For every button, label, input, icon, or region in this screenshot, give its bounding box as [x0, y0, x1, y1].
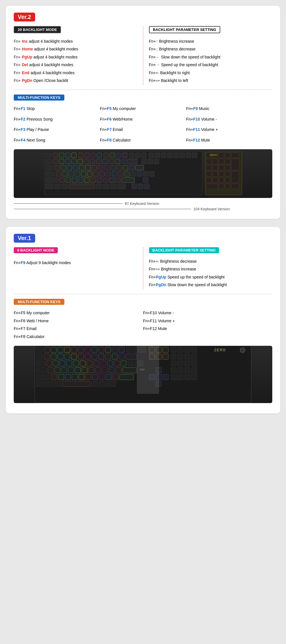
svg-rect-134: [64, 347, 70, 352]
svg-rect-13: [116, 153, 121, 158]
fn-row: Fn+PgDn Slow down the speed of backlight: [149, 282, 273, 288]
svg-rect-120: [219, 178, 224, 183]
svg-rect-60: [62, 172, 67, 177]
svg-rect-159: [78, 354, 84, 359]
svg-rect-88: [45, 184, 53, 189]
svg-rect-139: [98, 347, 104, 352]
svg-rect-131: [44, 347, 49, 352]
fn-row: Fn+ Home adjust 4 backlight modes: [14, 46, 137, 52]
svg-rect-216: [86, 374, 91, 380]
ver2-top-section: 20 BACKLIGHT MODE Fn+ Ins adjust 4 backl…: [14, 26, 272, 90]
svg-rect-16: [135, 153, 140, 158]
svg-text:ZERO: ZERO: [214, 348, 226, 352]
svg-rect-93: [103, 184, 109, 189]
svg-rect-193: [48, 368, 53, 373]
ver2-multifunction-section: MULTI-FUNCTION KEYS Fn+F1 Stop Fn+F5 My …: [14, 95, 272, 211]
svg-rect-31: [78, 159, 83, 164]
svg-rect-11: [104, 153, 109, 158]
svg-rect-50: [92, 165, 97, 170]
fn-row: Fn+PgUp Speed up the speed of backlight: [149, 274, 273, 280]
svg-rect-6: [71, 153, 76, 158]
fn-row: Fn+=+ Brightness increase: [149, 266, 273, 272]
ver1-backlight-panel: 9 BACKLIGHT MODE Fn+F9 Adjust 9 backligh…: [14, 247, 143, 290]
svg-rect-123: [219, 184, 224, 189]
svg-rect-191: [184, 361, 190, 366]
svg-rect-62: [75, 172, 80, 177]
svg-rect-228: [46, 381, 53, 386]
svg-rect-119: [212, 178, 218, 183]
svg-rect-3: [53, 153, 58, 158]
svg-rect-35: [102, 159, 108, 164]
svg-rect-48: [79, 165, 84, 170]
svg-rect-185: [114, 361, 119, 366]
svg-rect-43: [45, 165, 53, 170]
svg-rect-25: [192, 153, 197, 158]
svg-rect-203: [116, 368, 121, 373]
svg-rect-82: [97, 178, 102, 183]
svg-rect-53: [110, 165, 115, 170]
svg-rect-71: [131, 172, 136, 177]
svg-rect-46: [67, 165, 72, 170]
svg-rect-196: [68, 368, 74, 373]
svg-rect-30: [71, 159, 76, 164]
svg-rect-104: [206, 159, 211, 164]
svg-rect-69: [118, 172, 123, 177]
keyboard-image-ver1: ZERO: [14, 346, 272, 403]
svg-rect-158: [71, 354, 77, 359]
svg-rect-92: [96, 184, 102, 189]
svg-rect-117: [231, 172, 239, 183]
svg-rect-181: [87, 361, 92, 366]
svg-rect-97: [138, 184, 143, 189]
svg-rect-114: [212, 172, 218, 177]
ver1-card: Ver.1 9 BACKLIGHT MODE Fn+F9 Adjust 9 ba…: [6, 227, 280, 413]
svg-rect-150: [178, 347, 183, 352]
svg-rect-195: [61, 368, 67, 373]
svg-rect-105: [212, 159, 218, 164]
svg-rect-233: [107, 381, 116, 386]
fn-row: Fn+F11 Volume +: [143, 318, 272, 324]
svg-rect-57: [135, 165, 144, 170]
svg-rect-118: [206, 178, 211, 183]
svg-rect-140: [105, 347, 111, 352]
svg-rect-192: [36, 368, 47, 373]
svg-rect-61: [68, 172, 74, 177]
fn-row: Fn+↑ Brightness increase: [149, 38, 273, 44]
svg-rect-87: [143, 178, 148, 183]
svg-rect-85: [115, 178, 120, 183]
fn-row: Fn+F8 Calculator: [14, 333, 143, 340]
svg-rect-2: [45, 153, 51, 158]
svg-rect-55: [123, 165, 128, 170]
svg-rect-44: [54, 165, 59, 170]
svg-rect-174: [36, 361, 45, 366]
svg-rect-160: [85, 354, 90, 359]
fn-grid-v1: Fn+F5 My computer Fn+F6 Web / Home Fn+F7…: [14, 308, 272, 341]
fn-row: Fn+F6 Web/Home: [100, 116, 186, 122]
svg-rect-75: [45, 178, 58, 183]
svg-rect-77: [66, 178, 71, 183]
svg-rect-152: [191, 347, 197, 352]
svg-rect-219: [106, 374, 111, 380]
svg-rect-198: [82, 368, 87, 373]
fn-row: Fn+F2 Previous Song: [14, 116, 100, 122]
multifunction-badge: MULTI-FUNCTION KEYS: [14, 95, 64, 101]
svg-rect-70: [124, 172, 130, 177]
svg-rect-89: [54, 184, 61, 189]
fn-grid: Fn+F1 Stop Fn+F5 My computer Fn+F9 Music…: [14, 104, 272, 145]
svg-rect-226: [184, 374, 190, 380]
backlight-mode-badge-v1: 9 BACKLIGHT MODE: [14, 247, 58, 253]
svg-rect-148: [163, 347, 168, 352]
svg-rect-212: [58, 374, 64, 380]
svg-rect-78: [72, 178, 77, 183]
svg-rect-124: [225, 184, 230, 189]
svg-rect-187: [128, 361, 133, 366]
svg-rect-202: [109, 368, 114, 373]
svg-rect-177: [59, 361, 65, 366]
ver2-backlight-panel: 20 BACKLIGHT MODE Fn+ Ins adjust 4 backl…: [14, 26, 143, 85]
svg-rect-27: [53, 159, 58, 164]
svg-rect-161: [92, 354, 97, 359]
fn-row: Fn+↓ Brightness decrease: [149, 46, 273, 52]
svg-rect-207: [178, 368, 183, 373]
svg-rect-211: [51, 374, 57, 380]
svg-rect-172: [184, 354, 190, 359]
param-badge: BACKLIGHT PARAMETER SETTING: [149, 26, 220, 33]
